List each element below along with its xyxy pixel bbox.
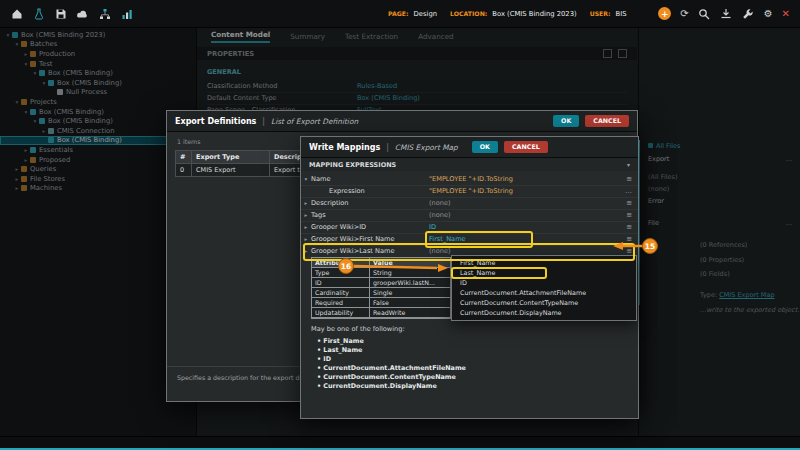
row-label: Grooper Wiki>Last Name [311, 247, 394, 255]
cell-export-type: CMIS Export [192, 164, 270, 176]
row-value[interactable]: (none) [429, 199, 529, 207]
hint-item: CurrentDocument.DisplayName [317, 382, 466, 391]
dropdown-option[interactable]: ID [452, 278, 636, 288]
dropdown-option[interactable]: CurrentDocument.ContentTypeName [452, 298, 636, 308]
title-separator: | [386, 143, 389, 152]
dialog-titlebar: Export Definitions | List of Export Defi… [167, 111, 637, 132]
menu-icon[interactable]: ≡ [626, 211, 632, 219]
dropdown-option-highlighted[interactable]: Last_Name [452, 268, 546, 278]
col-export-type[interactable]: Export Type [192, 151, 270, 163]
row-value[interactable]: "EMPLOYEE "+ID.ToString [429, 175, 529, 183]
section-title: MAPPING EXPRESSIONS [309, 161, 396, 169]
attr-row-updatability: Updatability ReadWrite [312, 308, 450, 318]
caret-icon[interactable] [301, 248, 311, 254]
status-bar [0, 436, 800, 450]
row-value[interactable]: First_Name [429, 235, 529, 243]
col-value: Value [370, 258, 450, 268]
row-value[interactable]: (none) [429, 247, 529, 255]
menu-icon[interactable]: ≡ [626, 235, 632, 243]
chart-icon[interactable] [120, 7, 133, 20]
col-num[interactable]: # [176, 151, 192, 163]
download-icon[interactable] [720, 7, 733, 20]
row-label: Grooper Wiki>First Name [311, 235, 395, 243]
page-label: PAGE: [388, 10, 409, 17]
attr-row-cardinality: Cardinality Single [312, 288, 450, 298]
caret-icon[interactable] [301, 236, 311, 242]
row-label: Description [311, 199, 349, 207]
flask-icon[interactable] [32, 7, 45, 20]
ellipsis-button[interactable]: … [625, 187, 632, 195]
cancel-button[interactable]: CANCEL [504, 141, 548, 152]
attr-row-id: ID grooperWiki.lastN... [312, 278, 450, 288]
row-value[interactable]: (none) [429, 211, 529, 219]
caret-icon[interactable] [301, 200, 311, 206]
breadcrumb: PAGE: Design LOCATION: Box (CMIS Binding… [388, 0, 627, 27]
gear-icon[interactable]: ⚙ [764, 7, 773, 20]
sitemap-icon[interactable] [98, 7, 111, 20]
attr-name: Required [312, 298, 370, 308]
mapping-expressions-header[interactable]: MAPPING EXPRESSIONS ▾ [301, 158, 638, 171]
search-icon[interactable] [698, 7, 711, 20]
cell-num: 0 [176, 164, 192, 176]
row-label: Expression [329, 187, 365, 195]
page-value[interactable]: Design [414, 10, 437, 18]
user-label: USER: [590, 10, 611, 17]
dialog-title: Export Definitions [175, 117, 256, 126]
home-icon[interactable] [10, 7, 23, 20]
close-icon[interactable]: ✕ [782, 7, 790, 20]
hint-item: CurrentDocument.ContentTypeName [317, 373, 466, 382]
attr-value: grooperWiki.lastN... [370, 278, 450, 288]
attr-value: Single [370, 288, 450, 298]
save-icon[interactable] [54, 7, 67, 20]
menu-icon[interactable]: ≡ [626, 199, 632, 207]
menu-icon[interactable]: ≡ [626, 247, 632, 255]
top-bar: PAGE: Design LOCATION: Box (CMIS Binding… [0, 0, 800, 28]
dropdown-option[interactable]: CurrentDocument.DisplayName [452, 308, 636, 318]
dialog-title: Write Mappings [309, 143, 380, 152]
topbar-right-icons: + ⟳ ⚙ ✕ [658, 0, 790, 27]
chevron-down-icon[interactable]: ▾ [627, 161, 630, 168]
dialog-subtitle: List of Export Definition [271, 117, 358, 126]
wrench-icon[interactable] [742, 7, 755, 20]
refresh-icon[interactable]: ⟳ [680, 7, 688, 20]
user-value[interactable]: BIS [616, 10, 627, 18]
value-dropdown: First_Name Last_Name ID CurrentDocument.… [451, 255, 637, 321]
dropdown-option[interactable]: CurrentDocument.AttachmentFileName [452, 288, 636, 298]
caret-icon[interactable] [301, 176, 311, 182]
write-mappings-dialog: Write Mappings | CMIS Export Map OK CANC… [300, 136, 639, 419]
callout-badge-15: 15 [642, 238, 658, 254]
location-label: LOCATION: [450, 10, 487, 17]
dropdown-option[interactable]: First_Name [452, 258, 636, 268]
cancel-button[interactable]: CANCEL [585, 115, 629, 126]
ok-button[interactable]: OK [553, 115, 579, 126]
hint-title: May be one of the following: [311, 325, 405, 333]
caret-icon[interactable] [301, 212, 311, 218]
attr-row-type: Type String [312, 268, 450, 278]
attr-name: Updatability [312, 308, 370, 318]
hint-list: First_Name Last_Name ID CurrentDocument.… [317, 337, 466, 391]
topbar-left-icons [10, 0, 133, 27]
ok-button[interactable]: OK [472, 141, 498, 152]
row-value[interactable]: "EMPLOYEE "+ID.ToString [429, 187, 529, 195]
hint-item: First_Name [317, 337, 466, 346]
location-value[interactable]: Box (CMIS Binding 2023) [492, 10, 576, 18]
row-label: Tags [311, 211, 326, 219]
attr-value: False [370, 298, 450, 308]
add-icon[interactable]: + [658, 7, 671, 20]
cloud-icon[interactable] [76, 7, 89, 20]
attr-value: String [370, 268, 450, 278]
hint-item: CurrentDocument.AttachmentFileName [317, 364, 466, 373]
attr-row-required: Required False [312, 298, 450, 308]
menu-icon[interactable]: ≡ [626, 175, 632, 183]
caret-icon[interactable] [301, 224, 311, 230]
title-separator: | [262, 117, 265, 126]
attr-name: Cardinality [312, 288, 370, 298]
dialog-titlebar: Write Mappings | CMIS Export Map OK CANC… [301, 137, 638, 158]
attr-value: ReadWrite [370, 308, 450, 318]
attr-name: ID [312, 278, 370, 288]
row-label: Name [311, 175, 330, 183]
callout-badge-16: 16 [338, 258, 354, 274]
row-value[interactable]: ID [429, 223, 529, 231]
menu-icon[interactable]: ≡ [626, 223, 632, 231]
hint-item: ID [317, 355, 466, 364]
